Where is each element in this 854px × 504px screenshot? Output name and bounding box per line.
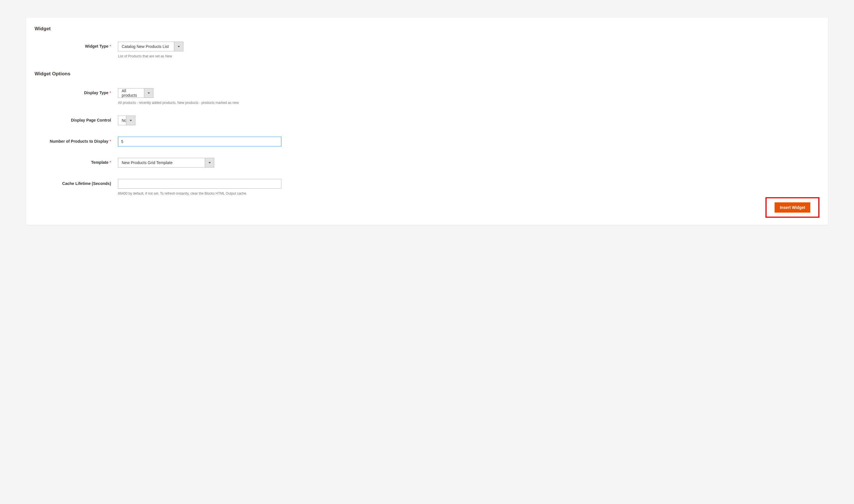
chevron-down-icon <box>144 88 153 97</box>
required-asterisk: * <box>110 139 111 144</box>
cache-label: Cache Lifetime (Seconds) <box>35 179 118 186</box>
template-row: Template* New Products Grid Template <box>35 158 819 167</box>
widget-type-select[interactable]: Catalog New Products List <box>118 42 184 51</box>
cache-row: Cache Lifetime (Seconds) <box>35 179 819 188</box>
svg-marker-3 <box>209 162 211 164</box>
num-products-input[interactable] <box>118 137 281 146</box>
widget-insert-panel: Widget Widget Type* Catalog New Products… <box>26 17 828 225</box>
chevron-down-icon <box>174 42 183 51</box>
display-type-note: All products - recently added products, … <box>118 101 819 105</box>
widget-type-label: Widget Type* <box>35 42 118 49</box>
num-products-row: Number of Products to Display* <box>35 137 819 146</box>
template-select[interactable]: New Products Grid Template <box>118 158 214 167</box>
svg-marker-1 <box>148 92 150 94</box>
display-type-select[interactable]: All products <box>118 88 153 98</box>
required-asterisk: * <box>110 90 111 95</box>
page-control-row: Display Page Control No <box>35 115 819 125</box>
required-asterisk: * <box>110 160 111 165</box>
cache-note: 86400 by default, if not set. To refresh… <box>118 192 819 196</box>
widget-section-title: Widget <box>35 26 819 32</box>
svg-marker-0 <box>178 46 180 47</box>
widget-options-title: Widget Options <box>35 71 819 77</box>
template-label: Template* <box>35 158 118 165</box>
button-row: Insert Widget <box>35 197 819 218</box>
insert-widget-highlight: Insert Widget <box>765 197 819 218</box>
cache-input[interactable] <box>118 179 281 188</box>
chevron-down-icon <box>205 158 214 167</box>
insert-widget-button[interactable]: Insert Widget <box>774 202 810 213</box>
display-type-row: Display Type* All products <box>35 88 819 98</box>
widget-type-note: List of Products that are set as New <box>118 54 819 58</box>
svg-marker-2 <box>130 120 132 121</box>
page-control-select[interactable]: No <box>118 115 135 125</box>
num-products-label: Number of Products to Display* <box>35 137 118 144</box>
display-type-label: Display Type* <box>35 88 118 95</box>
chevron-down-icon <box>126 116 135 125</box>
widget-type-row: Widget Type* Catalog New Products List <box>35 42 819 51</box>
required-asterisk: * <box>110 44 111 49</box>
page-control-label: Display Page Control <box>35 115 118 122</box>
